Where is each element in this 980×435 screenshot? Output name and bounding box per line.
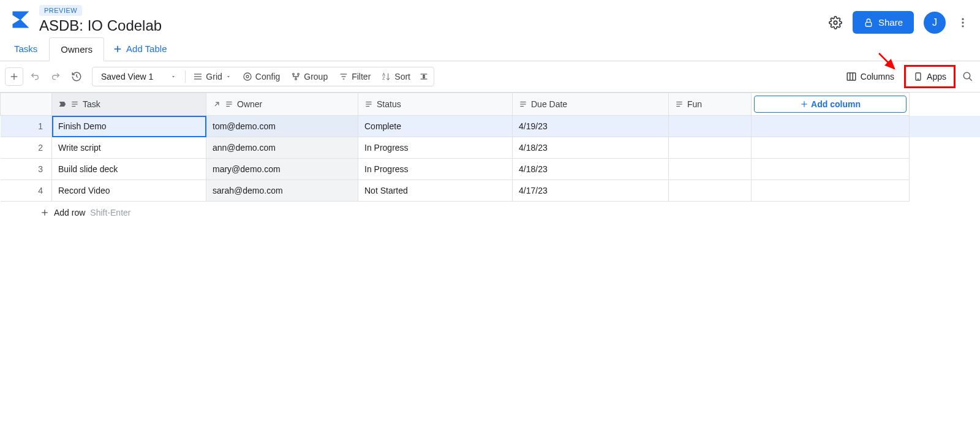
row-number[interactable]: 3 [1,159,52,180]
cell-fun[interactable] [669,137,752,159]
cell-status[interactable]: Complete [358,116,513,137]
config-button[interactable]: Config [238,68,285,85]
config-icon [243,72,252,81]
row-number[interactable]: 4 [1,180,52,202]
svg-point-17 [298,74,300,75]
cell-status[interactable]: In Progress [358,137,513,159]
label-icon [58,100,67,108]
cell-owner[interactable]: ann@demo.com [206,137,358,159]
search-button[interactable] [960,69,975,84]
filter-icon [339,72,349,81]
ref-icon [213,100,221,108]
cell-empty[interactable] [752,116,910,137]
row-height-icon [419,72,429,81]
view-selector: Saved View 1 Grid Config Group Filter [92,67,434,86]
filter-button[interactable]: Filter [334,68,375,85]
table-row[interactable]: 3Build slide deckmary@demo.comIn Progres… [1,159,981,180]
cell-due-date[interactable]: 4/19/23 [513,116,669,137]
share-button[interactable]: Share [853,11,914,34]
cell-task[interactable]: Finish Demo [52,116,206,137]
cell-owner[interactable]: tom@demo.com [206,116,358,137]
cell-due-date[interactable]: 4/18/23 [513,159,669,180]
add-row-button[interactable]: Add row Shift-Enter [36,202,980,224]
column-header-status[interactable]: Status [358,93,513,116]
cell-empty[interactable] [752,137,910,159]
column-header-owner[interactable]: Owner [206,93,358,116]
text-icon [225,100,233,108]
grid-icon [193,72,203,81]
svg-point-0 [834,21,837,25]
saved-view-dropdown[interactable]: Saved View 1 [95,68,183,85]
tablet-icon [913,72,923,81]
text-icon [364,100,373,108]
svg-point-16 [293,74,295,75]
cell-fun[interactable] [669,116,752,137]
avatar[interactable]: J [924,12,946,34]
lock-icon [864,18,873,28]
group-button[interactable]: Group [286,68,333,85]
cell-owner[interactable]: sarah@demo.com [206,180,358,202]
cell-status[interactable]: In Progress [358,159,513,180]
column-header-due-date[interactable]: Due Date [513,93,669,116]
redo-icon [51,72,61,81]
cell-due-date[interactable]: 4/17/23 [513,180,669,202]
cell-status[interactable]: Not Started [358,180,513,202]
svg-line-10 [77,77,78,78]
settings-icon[interactable] [828,15,843,30]
add-row-hint: Shift-Enter [90,208,130,218]
row-number[interactable]: 1 [1,116,52,137]
more-menu-icon[interactable] [956,15,970,30]
apps-button[interactable]: Apps [904,65,956,88]
preview-badge: PREVIEW [39,5,82,16]
sort-button[interactable]: AZ Sort [377,68,415,85]
tab-owners[interactable]: Owners [49,37,104,61]
title-block: PREVIEW ASDB: IO Codelab [39,5,162,34]
history-button[interactable] [67,67,86,86]
cell-task[interactable]: Write script [52,137,206,159]
rownum-header [1,93,52,116]
redo-button[interactable] [47,67,65,86]
cell-empty[interactable] [752,159,910,180]
cell-due-date[interactable]: 4/18/23 [513,137,669,159]
columns-button[interactable]: Columns [841,67,899,86]
column-header-fun[interactable]: Fun [669,93,752,116]
table-row[interactable]: 1Finish Demotom@demo.comComplete4/19/23 [1,116,981,137]
table-header-row: Task Owner Status Due Date [1,93,981,116]
header-right: Share J [828,11,970,34]
cell-fun[interactable] [669,180,752,202]
add-table-button[interactable]: Add Table [104,37,175,60]
plus-icon [113,44,123,54]
svg-line-40 [215,102,219,106]
table-row[interactable]: 2Write scriptann@demo.comIn Progress4/18… [1,137,981,159]
add-column-header: Add column [752,93,910,116]
sort-icon: AZ [382,72,391,81]
svg-point-14 [246,75,249,78]
chevron-down-icon [225,74,232,80]
undo-button[interactable] [26,67,44,86]
cell-task[interactable]: Record Video [52,180,206,202]
add-button[interactable] [5,67,23,86]
column-header-task[interactable]: Task [52,93,206,116]
row-number[interactable]: 2 [1,137,52,159]
add-column-button[interactable]: Add column [754,96,907,113]
search-icon [962,71,973,82]
toolbar-left: Saved View 1 Grid Config Group Filter [5,67,434,86]
grid-view-button[interactable]: Grid [188,68,236,85]
text-icon [70,100,79,108]
cell-empty[interactable] [752,180,910,202]
add-row-label: Add row [54,208,85,218]
toolbar-right: Columns Apps [841,65,975,88]
row-height-button[interactable] [417,68,431,85]
undo-icon [30,72,40,81]
cell-owner[interactable]: mary@demo.com [206,159,358,180]
cell-fun[interactable] [669,159,752,180]
toolbar: Saved View 1 Grid Config Group Filter [0,61,980,93]
table-row[interactable]: 4Record Videosarah@demo.comNot Started4/… [1,180,981,202]
history-icon [71,71,82,82]
document-title[interactable]: ASDB: IO Codelab [39,17,162,34]
svg-point-15 [244,73,251,80]
cell-task[interactable]: Build slide deck [52,159,206,180]
tab-tasks[interactable]: Tasks [2,37,49,61]
svg-point-4 [962,25,963,27]
app-logo[interactable] [10,9,32,31]
